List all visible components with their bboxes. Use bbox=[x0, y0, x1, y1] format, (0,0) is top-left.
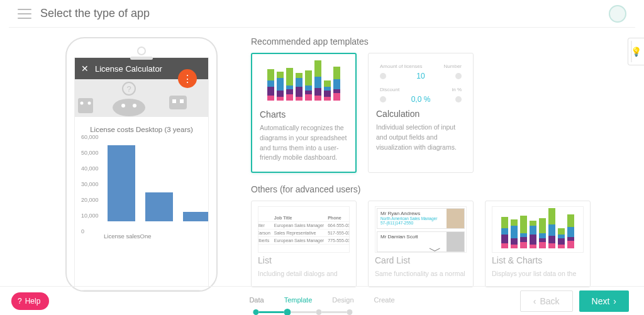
card-title: List bbox=[258, 255, 350, 265]
step-create[interactable]: Create bbox=[374, 296, 395, 306]
svg-point-6 bbox=[121, 104, 125, 108]
charts-thumb bbox=[260, 60, 348, 104]
template-card-listcharts[interactable]: List & Charts Displays your list data on… bbox=[485, 201, 591, 287]
preview-chart-title: License costs Desktop (3 years) bbox=[81, 126, 202, 133]
svg-point-2 bbox=[88, 102, 91, 105]
page-title: Select the type of app bbox=[40, 7, 609, 20]
section-recommended-title: Recommended app templates bbox=[251, 36, 635, 47]
menu-icon[interactable] bbox=[18, 9, 31, 19]
chevron-right-icon: › bbox=[613, 296, 616, 306]
section-others-title: Others (for advanced users) bbox=[251, 184, 635, 194]
back-button[interactable]: ‹ Back bbox=[520, 290, 573, 312]
svg-rect-10 bbox=[180, 99, 184, 103]
svg-point-1 bbox=[80, 102, 84, 105]
close-icon: ✕ bbox=[81, 64, 89, 74]
template-card-cardlist[interactable]: Mr Ryan AndrewsNorth American Sales Mana… bbox=[368, 201, 474, 287]
card-desc: Including detail dialogs and bbox=[258, 269, 350, 279]
chevron-left-icon: ‹ bbox=[533, 296, 536, 306]
svg-rect-0 bbox=[78, 98, 93, 113]
wizard-stepper: Data Template Design Create bbox=[249, 296, 394, 306]
chevron-down-icon[interactable]: ﹀ bbox=[429, 243, 441, 260]
fab-button: ⋮ bbox=[178, 69, 197, 88]
card-desc: Same functionality as a normal bbox=[375, 269, 467, 279]
preview-bar-chart: 60,000 50,000 40,000 30,000 20,000 10,00… bbox=[81, 137, 202, 231]
avatar[interactable] bbox=[609, 5, 626, 23]
svg-rect-8 bbox=[169, 96, 187, 109]
template-card-list[interactable]: NameJob TitlePhoneKM ↑ Mr Tovi ReiterEur… bbox=[251, 201, 357, 287]
preview-app-bar: ✕ License Calculator ⋮ bbox=[75, 58, 208, 79]
card-desc: Automatically recognizes the diagrams in… bbox=[260, 123, 348, 163]
card-desc: Individual selection of input and output… bbox=[376, 123, 465, 152]
card-title: Charts bbox=[260, 109, 348, 119]
help-icon: ? bbox=[18, 297, 22, 306]
svg-point-7 bbox=[133, 104, 136, 108]
card-desc: Displays your list data on the bbox=[492, 269, 584, 279]
listcharts-thumb bbox=[492, 206, 584, 253]
calculation-thumb: Amount of licensesNumber 10 Discountin %… bbox=[376, 60, 465, 104]
step-design[interactable]: Design bbox=[332, 296, 353, 306]
svg-text:?: ? bbox=[126, 84, 131, 94]
svg-rect-9 bbox=[172, 99, 176, 103]
svg-point-5 bbox=[113, 99, 145, 116]
preview-app-title: License Calculator bbox=[95, 64, 162, 74]
template-card-calculation[interactable]: Amount of licensesNumber 10 Discountin %… bbox=[368, 53, 474, 173]
preview-chart-xlabel: License salesOne bbox=[81, 233, 202, 240]
device-preview: ✕ License Calculator ⋮ ? License costs D… bbox=[65, 37, 218, 292]
list-thumb: NameJob TitlePhoneKM ↑ Mr Tovi ReiterEur… bbox=[258, 206, 350, 253]
cardlist-thumb: Mr Ryan AndrewsNorth American Sales Mana… bbox=[375, 206, 467, 253]
help-button[interactable]: ? Help bbox=[11, 292, 49, 310]
step-template[interactable]: Template bbox=[284, 296, 313, 306]
step-data[interactable]: Data bbox=[249, 296, 264, 306]
card-title: List & Charts bbox=[492, 255, 584, 265]
next-button[interactable]: Next › bbox=[579, 290, 629, 312]
template-card-charts[interactable]: Charts Automatically recognizes the diag… bbox=[251, 53, 357, 173]
card-title: Calculation bbox=[376, 109, 465, 119]
card-title: Card List bbox=[375, 255, 467, 265]
hint-tab[interactable]: 💡 bbox=[628, 38, 644, 65]
lightbulb-icon: 💡 bbox=[631, 47, 641, 57]
